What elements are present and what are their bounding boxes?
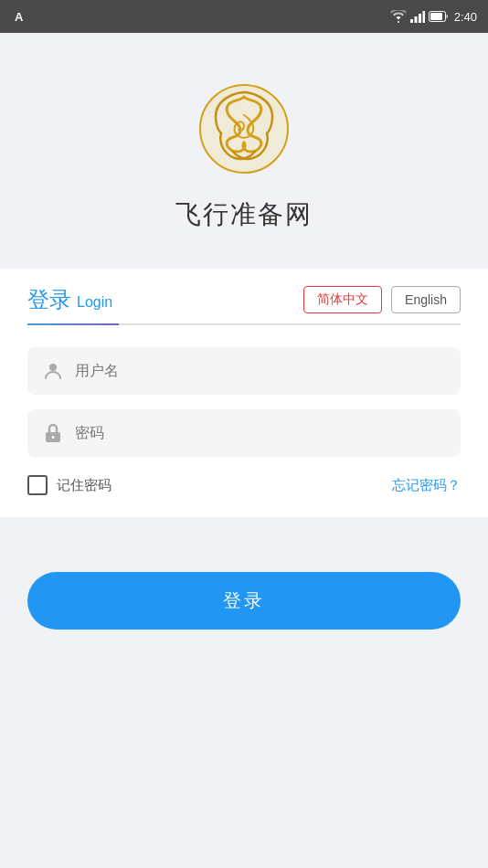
chinese-lang-button[interactable]: 简体中文 bbox=[303, 286, 382, 313]
main-content: 飞行准备网 登录 Login 简体中文 English bbox=[0, 33, 488, 868]
password-input[interactable] bbox=[75, 425, 446, 441]
remember-row: 记住密码 忘记密码？ bbox=[27, 471, 461, 499]
svg-rect-2 bbox=[414, 16, 417, 23]
app-logo bbox=[198, 83, 290, 175]
logo-container bbox=[194, 79, 294, 179]
svg-rect-3 bbox=[419, 14, 421, 23]
wifi-icon bbox=[390, 10, 407, 23]
login-btn-container: 登录 bbox=[0, 572, 488, 630]
time-display: 2:40 bbox=[454, 10, 477, 24]
password-wrapper bbox=[27, 409, 461, 457]
login-button[interactable]: 登录 bbox=[27, 572, 461, 630]
language-buttons: 简体中文 English bbox=[303, 286, 461, 313]
status-bar: A 2:40 bbox=[0, 0, 488, 33]
svg-rect-6 bbox=[430, 13, 442, 20]
app-indicator: A bbox=[15, 10, 23, 24]
remember-label: 记住密码 bbox=[57, 477, 111, 494]
svg-rect-1 bbox=[410, 19, 413, 23]
english-lang-button[interactable]: English bbox=[391, 286, 461, 313]
username-input[interactable] bbox=[75, 363, 446, 379]
remember-left: 记住密码 bbox=[27, 475, 111, 495]
remember-checkbox[interactable] bbox=[27, 475, 48, 495]
login-tab-en: Login bbox=[77, 294, 112, 311]
status-right: 2:40 bbox=[390, 10, 477, 24]
forgot-password-link[interactable]: 忘记密码？ bbox=[392, 477, 461, 494]
user-icon bbox=[42, 360, 64, 382]
lock-icon bbox=[42, 422, 64, 444]
tab-row: 登录 Login 简体中文 English bbox=[27, 269, 461, 325]
svg-point-11 bbox=[52, 436, 55, 439]
username-wrapper bbox=[27, 347, 461, 395]
username-group bbox=[27, 347, 461, 395]
battery-icon bbox=[429, 11, 449, 22]
login-tab[interactable]: 登录 Login bbox=[27, 285, 112, 314]
svg-rect-4 bbox=[422, 11, 425, 23]
status-icons bbox=[390, 10, 449, 23]
svg-point-0 bbox=[398, 21, 399, 23]
signal-icon bbox=[410, 10, 425, 23]
login-tab-zh: 登录 bbox=[27, 285, 71, 314]
app-title: 飞行准备网 bbox=[175, 197, 313, 232]
login-section: 登录 Login 简体中文 English bbox=[0, 269, 488, 517]
svg-point-9 bbox=[49, 364, 57, 371]
password-group bbox=[27, 409, 461, 457]
